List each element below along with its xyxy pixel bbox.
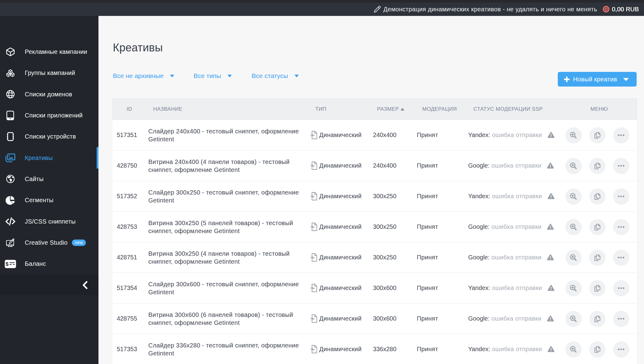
svg-text:$: $ xyxy=(6,261,9,267)
